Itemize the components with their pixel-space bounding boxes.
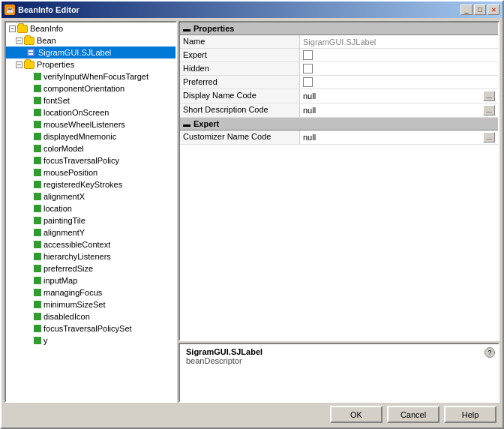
tree-label-1: componentOrientation xyxy=(44,84,124,93)
tree-item-13[interactable]: alignmentY xyxy=(6,226,176,238)
svg-rect-2 xyxy=(28,53,33,55)
tree-container[interactable]: BeanInfo Bean xyxy=(6,22,176,401)
maximize-button[interactable]: □ xyxy=(474,4,486,15)
window-icon: ☕ xyxy=(4,4,15,15)
expert-checkbox[interactable] xyxy=(303,50,313,60)
prop-icon-19 xyxy=(34,301,41,308)
customizer-browse[interactable]: … xyxy=(483,132,495,142)
expand-bean[interactable] xyxy=(16,38,22,44)
tree-label-5: displayedMnemonic xyxy=(44,132,116,141)
expand-9 xyxy=(26,182,32,188)
prop-row-displaynamecode: Display Name Code … xyxy=(180,89,498,104)
tree-label-8: mousePosition xyxy=(44,168,98,177)
shortdesc-input[interactable] xyxy=(303,106,482,115)
tree-item-4[interactable]: mouseWheelListeners xyxy=(6,118,176,130)
tree-item-properties[interactable]: Properties xyxy=(6,58,176,70)
collapse-expert-icon[interactable]: ▬ xyxy=(183,120,190,128)
tree-item-bean[interactable]: Bean xyxy=(6,34,176,46)
prop-icon-2 xyxy=(34,97,41,104)
tree-item-10[interactable]: alignmentX xyxy=(6,190,176,202)
prop-value-customizer: … xyxy=(300,130,498,144)
tree-item-15[interactable]: hierarchyListeners xyxy=(6,250,176,262)
info-panel: SigramGUI.SJLabel beanDescriptor ? xyxy=(178,343,500,403)
tree-item-14[interactable]: accessibleContext xyxy=(6,238,176,250)
collapse-properties-icon[interactable]: ▬ xyxy=(183,25,190,33)
tree-item-selected[interactable]: SigramGUI.SJLabel xyxy=(6,46,176,58)
displaynamecode-browse[interactable]: … xyxy=(483,91,495,101)
tree-item-20[interactable]: disabledIcon xyxy=(6,310,176,322)
prop-name-hidden: Hidden xyxy=(180,62,300,75)
tree-label-12: paintingTile xyxy=(44,216,86,225)
help-circle-icon[interactable]: ? xyxy=(484,347,495,358)
tree-label-beaninfo: BeanInfo xyxy=(30,24,63,33)
tree-item-12[interactable]: paintingTile xyxy=(6,214,176,226)
tree-item-3[interactable]: locationOnScreen xyxy=(6,106,176,118)
name-input[interactable] xyxy=(303,38,495,46)
displaynamecode-input[interactable] xyxy=(303,92,482,100)
prop-value-shortdesc: … xyxy=(300,104,498,117)
tree-item-7[interactable]: focusTraversalPolicy xyxy=(6,154,176,166)
hidden-checkbox[interactable] xyxy=(303,64,313,74)
cancel-button[interactable]: Cancel xyxy=(387,406,440,423)
customizer-input[interactable] xyxy=(303,133,482,142)
section-label-properties: Properties xyxy=(194,24,234,33)
props-scroll[interactable]: Name Expert xyxy=(180,35,498,340)
tree-item-6[interactable]: colorModel xyxy=(6,142,176,154)
prop-icon-22 xyxy=(34,337,41,344)
prop-icon-3 xyxy=(34,109,41,116)
tree-item-17[interactable]: inputMap xyxy=(6,274,176,286)
prop-icon-10 xyxy=(34,193,41,200)
tree-item-0[interactable]: verifyInputWhenFocusTarget xyxy=(6,70,176,82)
prop-value-displaynamecode: … xyxy=(300,89,498,103)
title-bar-left: ☕ BeanInfo Editor xyxy=(4,4,80,15)
folder-icon-bean xyxy=(24,37,34,45)
expand-16 xyxy=(26,266,32,272)
expand-11 xyxy=(26,206,32,212)
ok-button[interactable]: OK xyxy=(330,406,382,423)
tree-item-22[interactable]: y xyxy=(6,334,176,346)
prop-icon-1 xyxy=(34,85,41,92)
tree-item-19[interactable]: minimumSizeSet xyxy=(6,298,176,310)
prop-icon-0 xyxy=(34,73,41,80)
tree-item-2[interactable]: fontSet xyxy=(6,94,176,106)
minimize-button[interactable]: _ xyxy=(460,4,472,15)
tree-label-16: preferredSize xyxy=(44,264,93,273)
tree-label-22: y xyxy=(44,336,48,345)
tree-item-18[interactable]: managingFocus xyxy=(6,286,176,298)
expand-0 xyxy=(26,74,32,80)
expand-15 xyxy=(26,254,32,260)
prop-name-displaynamecode: Display Name Code xyxy=(180,89,300,103)
tree-item-9[interactable]: registeredKeyStrokes xyxy=(6,178,176,190)
expand-properties[interactable] xyxy=(16,62,22,68)
tree-item-16[interactable]: preferredSize xyxy=(6,262,176,274)
tree-label-7: focusTraversalPolicy xyxy=(44,156,119,165)
prop-value-preferred xyxy=(300,76,498,88)
expand-beaninfo[interactable] xyxy=(9,26,16,32)
tree-item-1[interactable]: componentOrientation xyxy=(6,82,176,94)
section-header-properties: ▬ Properties xyxy=(180,22,498,35)
preferred-checkbox[interactable] xyxy=(303,77,313,87)
expand-10 xyxy=(26,194,32,200)
expand-12 xyxy=(26,218,32,224)
tree-item-21[interactable]: focusTraversalPolicySet xyxy=(6,322,176,334)
tree-item-beaninfo[interactable]: BeanInfo xyxy=(6,22,176,34)
close-button[interactable] xyxy=(488,4,500,15)
tree-label-selected: SigramGUI.SJLabel xyxy=(38,48,111,57)
help-button[interactable]: Help xyxy=(444,406,496,423)
tree-item-11[interactable]: location xyxy=(6,202,176,214)
tree-item-8[interactable]: mousePosition xyxy=(6,166,176,178)
bottom-bar: OK Cancel Help xyxy=(4,403,500,424)
folder-icon-beaninfo xyxy=(17,25,28,33)
tree-label-9: registeredKeyStrokes xyxy=(44,180,122,189)
folder-icon-properties xyxy=(24,61,34,69)
expand-18 xyxy=(26,290,32,296)
tree-item-5[interactable]: displayedMnemonic xyxy=(6,130,176,142)
prop-icon-16 xyxy=(34,265,41,272)
shortdesc-browse[interactable]: … xyxy=(483,105,495,116)
expand-5 xyxy=(26,134,32,140)
tree-label-bean: Bean xyxy=(37,36,56,45)
prop-name-expert: Expert xyxy=(180,49,300,62)
section-header-expert: ▬ Expert xyxy=(180,118,498,130)
props-table-container: ▬ Properties Name xyxy=(178,21,500,341)
prop-row-preferred: Preferred xyxy=(180,76,498,89)
